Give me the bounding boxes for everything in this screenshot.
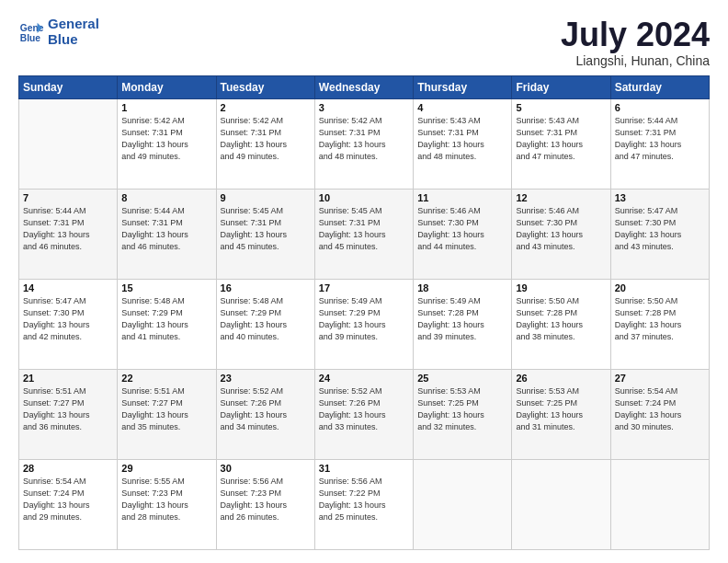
day-number: 5 — [516, 102, 606, 113]
calendar-cell: 8Sunrise: 5:44 AM Sunset: 7:31 PM Daylig… — [118, 189, 216, 279]
day-info: Sunrise: 5:45 AM Sunset: 7:31 PM Dayligh… — [221, 205, 311, 253]
day-info: Sunrise: 5:52 AM Sunset: 7:26 PM Dayligh… — [221, 385, 311, 433]
day-number: 8 — [121, 192, 211, 203]
day-info: Sunrise: 5:56 AM Sunset: 7:23 PM Dayligh… — [221, 476, 311, 523]
calendar-cell: 1Sunrise: 5:42 AM Sunset: 7:31 PM Daylig… — [118, 98, 216, 189]
day-number: 27 — [615, 373, 705, 384]
calendar-cell: 12Sunrise: 5:46 AM Sunset: 7:30 PM Dayli… — [512, 189, 610, 279]
calendar-cell: 17Sunrise: 5:49 AM Sunset: 7:29 PM Dayli… — [314, 279, 413, 369]
calendar-cell: 7Sunrise: 5:44 AM Sunset: 7:31 PM Daylig… — [19, 189, 118, 279]
day-info: Sunrise: 5:48 AM Sunset: 7:29 PM Dayligh… — [221, 295, 311, 343]
weekday-header-wednesday: Wednesday — [314, 75, 413, 98]
calendar-cell: 26Sunrise: 5:53 AM Sunset: 7:25 PM Dayli… — [512, 369, 610, 459]
calendar-cell: 2Sunrise: 5:42 AM Sunset: 7:31 PM Daylig… — [216, 98, 314, 189]
day-info: Sunrise: 5:52 AM Sunset: 7:26 PM Dayligh… — [319, 385, 409, 433]
logo: General Blue General Blue — [18, 17, 99, 47]
svg-text:Blue: Blue — [20, 33, 41, 43]
calendar-cell: 9Sunrise: 5:45 AM Sunset: 7:31 PM Daylig… — [216, 189, 314, 279]
day-info: Sunrise: 5:53 AM Sunset: 7:25 PM Dayligh… — [516, 385, 606, 433]
day-number: 23 — [221, 373, 311, 384]
day-number: 25 — [417, 373, 507, 384]
day-info: Sunrise: 5:54 AM Sunset: 7:24 PM Dayligh… — [23, 476, 113, 523]
weekday-header-tuesday: Tuesday — [216, 75, 314, 98]
day-info: Sunrise: 5:56 AM Sunset: 7:22 PM Dayligh… — [319, 476, 409, 523]
calendar-cell: 22Sunrise: 5:51 AM Sunset: 7:27 PM Dayli… — [118, 369, 216, 459]
day-number: 18 — [417, 282, 507, 293]
calendar-cell: 13Sunrise: 5:47 AM Sunset: 7:30 PM Dayli… — [610, 189, 709, 279]
day-number: 3 — [319, 102, 409, 113]
calendar-cell: 18Sunrise: 5:49 AM Sunset: 7:28 PM Dayli… — [414, 279, 512, 369]
day-info: Sunrise: 5:47 AM Sunset: 7:30 PM Dayligh… — [23, 295, 113, 343]
day-number: 10 — [319, 192, 409, 203]
calendar-cell — [414, 459, 512, 549]
day-info: Sunrise: 5:43 AM Sunset: 7:31 PM Dayligh… — [417, 115, 507, 163]
day-number: 9 — [221, 192, 311, 203]
day-info: Sunrise: 5:43 AM Sunset: 7:31 PM Dayligh… — [516, 115, 606, 163]
day-number: 4 — [417, 102, 507, 113]
calendar-cell: 6Sunrise: 5:44 AM Sunset: 7:31 PM Daylig… — [610, 98, 709, 189]
day-number: 15 — [121, 282, 211, 293]
calendar-cell — [512, 459, 610, 549]
calendar-cell: 24Sunrise: 5:52 AM Sunset: 7:26 PM Dayli… — [314, 369, 413, 459]
weekday-header-friday: Friday — [512, 75, 610, 98]
day-info: Sunrise: 5:49 AM Sunset: 7:29 PM Dayligh… — [319, 295, 409, 343]
day-info: Sunrise: 5:44 AM Sunset: 7:31 PM Dayligh… — [23, 205, 113, 253]
logo-icon: General Blue — [18, 19, 44, 45]
calendar-cell: 28Sunrise: 5:54 AM Sunset: 7:24 PM Dayli… — [19, 459, 118, 549]
calendar-cell: 21Sunrise: 5:51 AM Sunset: 7:27 PM Dayli… — [19, 369, 118, 459]
day-number: 1 — [121, 102, 211, 113]
calendar-cell: 11Sunrise: 5:46 AM Sunset: 7:30 PM Dayli… — [414, 189, 512, 279]
day-number: 17 — [319, 282, 409, 293]
day-info: Sunrise: 5:44 AM Sunset: 7:31 PM Dayligh… — [121, 205, 211, 253]
calendar-cell: 31Sunrise: 5:56 AM Sunset: 7:22 PM Dayli… — [314, 459, 413, 549]
day-number: 30 — [221, 463, 311, 474]
calendar-table: SundayMondayTuesdayWednesdayThursdayFrid… — [18, 75, 710, 550]
calendar-cell: 15Sunrise: 5:48 AM Sunset: 7:29 PM Dayli… — [118, 279, 216, 369]
day-number: 6 — [615, 102, 705, 113]
day-info: Sunrise: 5:53 AM Sunset: 7:25 PM Dayligh… — [417, 385, 507, 433]
day-number: 13 — [615, 192, 705, 203]
day-info: Sunrise: 5:55 AM Sunset: 7:23 PM Dayligh… — [121, 476, 211, 523]
day-info: Sunrise: 5:50 AM Sunset: 7:28 PM Dayligh… — [615, 295, 705, 343]
day-info: Sunrise: 5:46 AM Sunset: 7:30 PM Dayligh… — [516, 205, 606, 253]
day-number: 14 — [23, 282, 113, 293]
day-number: 28 — [23, 463, 113, 474]
calendar-cell: 14Sunrise: 5:47 AM Sunset: 7:30 PM Dayli… — [19, 279, 118, 369]
day-number: 22 — [121, 373, 211, 384]
day-info: Sunrise: 5:51 AM Sunset: 7:27 PM Dayligh… — [121, 385, 211, 433]
calendar-cell: 5Sunrise: 5:43 AM Sunset: 7:31 PM Daylig… — [512, 98, 610, 189]
weekday-header-thursday: Thursday — [414, 75, 512, 98]
day-number: 20 — [615, 282, 705, 293]
day-number: 21 — [23, 373, 113, 384]
title-block: July 2024 Liangshi, Hunan, China — [561, 17, 710, 68]
day-info: Sunrise: 5:47 AM Sunset: 7:30 PM Dayligh… — [615, 205, 705, 253]
location: Liangshi, Hunan, China — [561, 53, 710, 68]
day-number: 26 — [516, 373, 606, 384]
calendar-cell: 19Sunrise: 5:50 AM Sunset: 7:28 PM Dayli… — [512, 279, 610, 369]
calendar-cell: 20Sunrise: 5:50 AM Sunset: 7:28 PM Dayli… — [610, 279, 709, 369]
calendar-cell: 10Sunrise: 5:45 AM Sunset: 7:31 PM Dayli… — [314, 189, 413, 279]
day-number: 7 — [23, 192, 113, 203]
day-info: Sunrise: 5:51 AM Sunset: 7:27 PM Dayligh… — [23, 385, 113, 433]
day-number: 24 — [319, 373, 409, 384]
day-info: Sunrise: 5:42 AM Sunset: 7:31 PM Dayligh… — [121, 115, 211, 163]
calendar-cell: 29Sunrise: 5:55 AM Sunset: 7:23 PM Dayli… — [118, 459, 216, 549]
weekday-header-monday: Monday — [118, 75, 216, 98]
calendar-cell — [610, 459, 709, 549]
logo-text: General Blue — [48, 17, 99, 47]
calendar-cell: 25Sunrise: 5:53 AM Sunset: 7:25 PM Dayli… — [414, 369, 512, 459]
calendar-cell: 4Sunrise: 5:43 AM Sunset: 7:31 PM Daylig… — [414, 98, 512, 189]
day-info: Sunrise: 5:50 AM Sunset: 7:28 PM Dayligh… — [516, 295, 606, 343]
day-info: Sunrise: 5:42 AM Sunset: 7:31 PM Dayligh… — [319, 115, 409, 163]
day-info: Sunrise: 5:42 AM Sunset: 7:31 PM Dayligh… — [221, 115, 311, 163]
day-number: 31 — [319, 463, 409, 474]
calendar-cell: 3Sunrise: 5:42 AM Sunset: 7:31 PM Daylig… — [314, 98, 413, 189]
day-info: Sunrise: 5:45 AM Sunset: 7:31 PM Dayligh… — [319, 205, 409, 253]
calendar-cell — [19, 98, 118, 189]
day-number: 29 — [121, 463, 211, 474]
calendar-cell: 16Sunrise: 5:48 AM Sunset: 7:29 PM Dayli… — [216, 279, 314, 369]
day-info: Sunrise: 5:54 AM Sunset: 7:24 PM Dayligh… — [615, 385, 705, 433]
day-info: Sunrise: 5:49 AM Sunset: 7:28 PM Dayligh… — [417, 295, 507, 343]
weekday-header-saturday: Saturday — [610, 75, 709, 98]
month-year: July 2024 — [561, 17, 710, 53]
